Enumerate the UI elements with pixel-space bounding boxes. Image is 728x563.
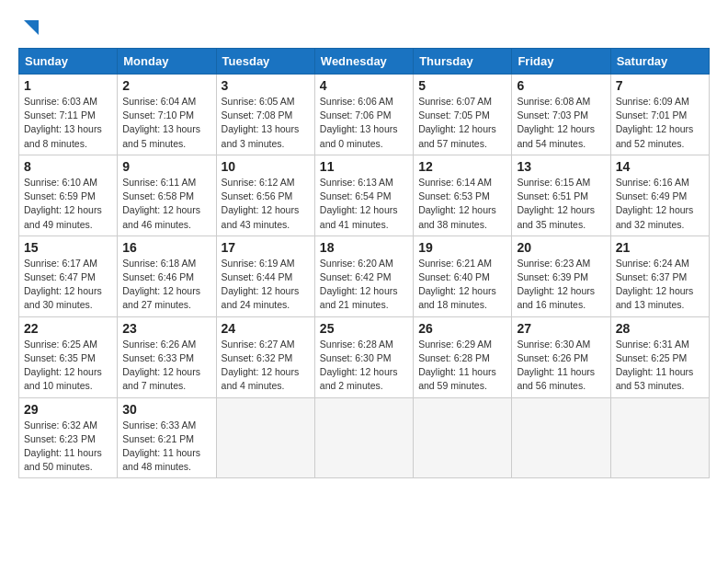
day-info: Sunrise: 6:16 AMSunset: 6:49 PMDaylight:… bbox=[616, 176, 704, 232]
calendar-cell: 15Sunrise: 6:17 AMSunset: 6:47 PMDayligh… bbox=[19, 236, 118, 316]
day-number: 4 bbox=[320, 78, 408, 93]
day-number: 26 bbox=[418, 321, 506, 336]
calendar-cell: 9Sunrise: 6:11 AMSunset: 6:58 PMDaylight… bbox=[118, 155, 216, 236]
day-info: Sunrise: 6:10 AMSunset: 6:59 PMDaylight:… bbox=[24, 176, 112, 232]
calendar-cell bbox=[512, 397, 610, 478]
calendar-cell: 19Sunrise: 6:21 AMSunset: 6:40 PMDayligh… bbox=[414, 236, 512, 316]
calendar-cell bbox=[314, 397, 413, 478]
header-day-friday: Friday bbox=[512, 49, 610, 75]
day-number: 28 bbox=[616, 321, 704, 336]
day-number: 25 bbox=[320, 321, 408, 336]
calendar-cell: 4Sunrise: 6:06 AMSunset: 7:06 PMDaylight… bbox=[314, 75, 413, 155]
day-number: 16 bbox=[122, 240, 210, 255]
day-number: 8 bbox=[24, 159, 112, 174]
header-day-saturday: Saturday bbox=[610, 49, 709, 75]
calendar-cell: 21Sunrise: 6:24 AMSunset: 6:37 PMDayligh… bbox=[610, 236, 709, 316]
day-number: 14 bbox=[616, 159, 704, 174]
calendar-week-2: 8Sunrise: 6:10 AMSunset: 6:59 PMDaylight… bbox=[19, 155, 710, 236]
day-info: Sunrise: 6:03 AMSunset: 7:11 PMDaylight:… bbox=[24, 95, 112, 151]
day-number: 10 bbox=[222, 159, 310, 174]
day-number: 9 bbox=[122, 159, 210, 174]
header-day-wednesday: Wednesday bbox=[314, 49, 413, 75]
calendar-cell: 14Sunrise: 6:16 AMSunset: 6:49 PMDayligh… bbox=[610, 155, 709, 236]
calendar-cell: 12Sunrise: 6:14 AMSunset: 6:53 PMDayligh… bbox=[414, 155, 512, 236]
day-number: 21 bbox=[616, 240, 704, 255]
calendar-week-5: 29Sunrise: 6:32 AMSunset: 6:23 PMDayligh… bbox=[19, 397, 710, 478]
day-info: Sunrise: 6:17 AMSunset: 6:47 PMDaylight:… bbox=[24, 257, 112, 313]
header-day-thursday: Thursday bbox=[414, 49, 512, 75]
day-info: Sunrise: 6:05 AMSunset: 7:08 PMDaylight:… bbox=[222, 95, 310, 151]
day-info: Sunrise: 6:04 AMSunset: 7:10 PMDaylight:… bbox=[122, 95, 210, 151]
day-number: 11 bbox=[320, 159, 408, 174]
calendar-cell: 8Sunrise: 6:10 AMSunset: 6:59 PMDaylight… bbox=[19, 155, 118, 236]
day-info: Sunrise: 6:13 AMSunset: 6:54 PMDaylight:… bbox=[320, 176, 408, 232]
calendar-cell: 17Sunrise: 6:19 AMSunset: 6:44 PMDayligh… bbox=[216, 236, 314, 316]
day-info: Sunrise: 6:12 AMSunset: 6:56 PMDaylight:… bbox=[222, 176, 310, 232]
calendar-cell: 18Sunrise: 6:20 AMSunset: 6:42 PMDayligh… bbox=[314, 236, 413, 316]
calendar-cell: 30Sunrise: 6:33 AMSunset: 6:21 PMDayligh… bbox=[118, 397, 216, 478]
day-info: Sunrise: 6:19 AMSunset: 6:44 PMDaylight:… bbox=[222, 257, 310, 313]
calendar-cell: 16Sunrise: 6:18 AMSunset: 6:46 PMDayligh… bbox=[118, 236, 216, 316]
calendar-header-row: SundayMondayTuesdayWednesdayThursdayFrid… bbox=[19, 49, 710, 75]
day-info: Sunrise: 6:06 AMSunset: 7:06 PMDaylight:… bbox=[320, 95, 408, 151]
day-info: Sunrise: 6:25 AMSunset: 6:35 PMDaylight:… bbox=[24, 338, 112, 394]
calendar-cell: 24Sunrise: 6:27 AMSunset: 6:32 PMDayligh… bbox=[216, 316, 314, 397]
day-info: Sunrise: 6:30 AMSunset: 6:26 PMDaylight:… bbox=[517, 338, 605, 394]
calendar-cell bbox=[414, 397, 512, 478]
day-info: Sunrise: 6:27 AMSunset: 6:32 PMDaylight:… bbox=[222, 338, 310, 394]
header-day-monday: Monday bbox=[118, 49, 216, 75]
calendar-week-1: 1Sunrise: 6:03 AMSunset: 7:11 PMDaylight… bbox=[19, 75, 710, 155]
day-info: Sunrise: 6:33 AMSunset: 6:21 PMDaylight:… bbox=[122, 419, 210, 475]
calendar-cell: 28Sunrise: 6:31 AMSunset: 6:25 PMDayligh… bbox=[610, 316, 709, 397]
svg-marker-0 bbox=[24, 20, 39, 35]
calendar-cell: 29Sunrise: 6:32 AMSunset: 6:23 PMDayligh… bbox=[19, 397, 118, 478]
logo bbox=[18, 18, 40, 39]
logo-block bbox=[18, 18, 40, 39]
calendar-cell: 26Sunrise: 6:29 AMSunset: 6:28 PMDayligh… bbox=[414, 316, 512, 397]
day-info: Sunrise: 6:31 AMSunset: 6:25 PMDaylight:… bbox=[616, 338, 704, 394]
calendar-cell: 25Sunrise: 6:28 AMSunset: 6:30 PMDayligh… bbox=[314, 316, 413, 397]
day-info: Sunrise: 6:26 AMSunset: 6:33 PMDaylight:… bbox=[122, 338, 210, 394]
calendar-cell: 10Sunrise: 6:12 AMSunset: 6:56 PMDayligh… bbox=[216, 155, 314, 236]
day-number: 17 bbox=[222, 240, 310, 255]
calendar-cell: 11Sunrise: 6:13 AMSunset: 6:54 PMDayligh… bbox=[314, 155, 413, 236]
calendar-body: 1Sunrise: 6:03 AMSunset: 7:11 PMDaylight… bbox=[19, 75, 710, 478]
calendar-cell: 6Sunrise: 6:08 AMSunset: 7:03 PMDaylight… bbox=[512, 75, 610, 155]
day-number: 18 bbox=[320, 240, 408, 255]
day-info: Sunrise: 6:28 AMSunset: 6:30 PMDaylight:… bbox=[320, 338, 408, 394]
calendar-week-4: 22Sunrise: 6:25 AMSunset: 6:35 PMDayligh… bbox=[19, 316, 710, 397]
day-number: 12 bbox=[418, 159, 506, 174]
day-number: 30 bbox=[122, 402, 210, 417]
day-info: Sunrise: 6:14 AMSunset: 6:53 PMDaylight:… bbox=[418, 176, 506, 232]
calendar-cell: 1Sunrise: 6:03 AMSunset: 7:11 PMDaylight… bbox=[19, 75, 118, 155]
calendar-cell: 13Sunrise: 6:15 AMSunset: 6:51 PMDayligh… bbox=[512, 155, 610, 236]
header-day-tuesday: Tuesday bbox=[216, 49, 314, 75]
day-info: Sunrise: 6:15 AMSunset: 6:51 PMDaylight:… bbox=[517, 176, 605, 232]
day-info: Sunrise: 6:07 AMSunset: 7:05 PMDaylight:… bbox=[418, 95, 506, 151]
day-info: Sunrise: 6:08 AMSunset: 7:03 PMDaylight:… bbox=[517, 95, 605, 151]
day-number: 13 bbox=[517, 159, 605, 174]
day-number: 7 bbox=[616, 78, 704, 93]
day-number: 3 bbox=[222, 78, 310, 93]
calendar-cell: 20Sunrise: 6:23 AMSunset: 6:39 PMDayligh… bbox=[512, 236, 610, 316]
day-info: Sunrise: 6:21 AMSunset: 6:40 PMDaylight:… bbox=[418, 257, 506, 313]
day-number: 2 bbox=[122, 78, 210, 93]
calendar-cell: 23Sunrise: 6:26 AMSunset: 6:33 PMDayligh… bbox=[118, 316, 216, 397]
calendar-cell: 3Sunrise: 6:05 AMSunset: 7:08 PMDaylight… bbox=[216, 75, 314, 155]
day-number: 24 bbox=[222, 321, 310, 336]
calendar-cell: 22Sunrise: 6:25 AMSunset: 6:35 PMDayligh… bbox=[19, 316, 118, 397]
calendar-week-3: 15Sunrise: 6:17 AMSunset: 6:47 PMDayligh… bbox=[19, 236, 710, 316]
day-number: 19 bbox=[418, 240, 506, 255]
day-info: Sunrise: 6:20 AMSunset: 6:42 PMDaylight:… bbox=[320, 257, 408, 313]
header-day-sunday: Sunday bbox=[19, 49, 118, 75]
calendar-cell bbox=[610, 397, 709, 478]
day-number: 27 bbox=[517, 321, 605, 336]
day-info: Sunrise: 6:32 AMSunset: 6:23 PMDaylight:… bbox=[24, 419, 112, 475]
day-info: Sunrise: 6:11 AMSunset: 6:58 PMDaylight:… bbox=[122, 176, 210, 232]
day-info: Sunrise: 6:23 AMSunset: 6:39 PMDaylight:… bbox=[517, 257, 605, 313]
page-header bbox=[18, 18, 710, 39]
logo-arrow-icon bbox=[20, 18, 40, 39]
day-info: Sunrise: 6:29 AMSunset: 6:28 PMDaylight:… bbox=[418, 338, 506, 394]
day-number: 1 bbox=[24, 78, 112, 93]
calendar-cell: 27Sunrise: 6:30 AMSunset: 6:26 PMDayligh… bbox=[512, 316, 610, 397]
